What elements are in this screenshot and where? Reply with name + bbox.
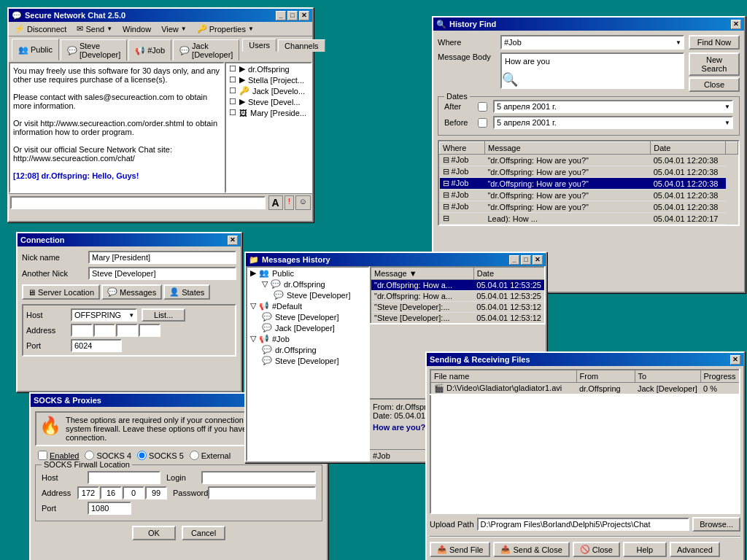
tab-jack[interactable]: 💬 Jack [Developer]	[173, 39, 239, 61]
fw-ip-2[interactable]	[100, 486, 122, 499]
ok-button[interactable]: OK	[132, 526, 176, 540]
send-close-button[interactable]: 📤 Send & Close	[493, 542, 569, 557]
fw-ip-3[interactable]	[123, 486, 144, 499]
user-jack[interactable]: ☐ 🔑 Jack [Develo...	[226, 85, 311, 96]
mh-minimize[interactable]: _	[509, 255, 519, 265]
fw-password-input[interactable]	[208, 486, 316, 499]
user-stella[interactable]: ☐ ▶ Stella [Project...	[226, 74, 311, 85]
result-row[interactable]: ⊟ #Job "dr.Offspring: How are you?" 05.0…	[440, 155, 738, 166]
properties-menu[interactable]: 🔑 Properties ▼	[193, 23, 258, 35]
external-radio[interactable]	[190, 451, 199, 460]
conn-close-button[interactable]: ✕	[228, 236, 238, 245]
tab-job[interactable]: 📢 #Job	[128, 39, 171, 61]
tree-steve-pub[interactable]: 💬 Steve [Developer]	[271, 289, 368, 300]
msg-row-4[interactable]: "Steve [Developer]:... 05.04.01 12:53:12	[371, 313, 545, 324]
cancel-button[interactable]: Cancel	[182, 526, 225, 540]
view-menu[interactable]: View ▼	[157, 23, 191, 35]
tree-steve-def[interactable]: 💬 Steve [Developer]	[259, 311, 368, 322]
window-menu[interactable]: Window	[118, 23, 155, 35]
new-search-button[interactable]: New Search	[689, 52, 740, 76]
mh-maximize[interactable]: □	[521, 255, 531, 265]
where-dropdown[interactable]: #Job	[500, 35, 684, 50]
tree-default[interactable]: ▽ 📢 #Default	[247, 300, 368, 311]
bold-button[interactable]: A	[268, 195, 283, 210]
msg-row-3[interactable]: "Steve [Developer]:... 05.04.01 12:53:12	[371, 302, 545, 313]
enabled-checkbox[interactable]	[38, 451, 47, 460]
main-chat-titlebar[interactable]: 💬 Secure Network Chat 2.5.0 _ □ ✕	[9, 9, 312, 22]
tab-channels[interactable]: Channels	[278, 39, 325, 52]
chat-input[interactable]	[10, 196, 266, 209]
msg-row-1[interactable]: "dr.Offspring: How a... 05.04.01 12:53:2…	[371, 280, 545, 291]
user-offspring[interactable]: ☐ ▶ dr.Offspring	[226, 63, 311, 74]
user-mary[interactable]: ☐ 🖼 Mary [Preside...	[226, 107, 311, 118]
fw-host-input[interactable]	[88, 471, 160, 484]
sf-close-button[interactable]: ✕	[730, 355, 740, 365]
result-row[interactable]: ⊟ #Job "dr.Offspring: How are you?" 05.0…	[440, 190, 738, 201]
ip-octet-2[interactable]	[93, 324, 115, 337]
msg-row-2[interactable]: "dr.Offspring: How a... 05.04.01 12:53:2…	[371, 291, 545, 302]
tab-users[interactable]: Users	[242, 39, 276, 52]
messages-history-titlebar[interactable]: 📁 Messages History _ □ ✕	[246, 253, 546, 266]
history-find-titlebar[interactable]: 🔍 History Find ✕	[433, 18, 744, 31]
states-tab[interactable]: 👤 States	[163, 284, 210, 300]
fw-login-input[interactable]	[201, 471, 316, 484]
help-button[interactable]: Help	[623, 542, 667, 557]
messages-tab[interactable]: 💬 Messages	[101, 284, 162, 300]
ip-octet-4[interactable]	[139, 324, 160, 337]
port-input[interactable]	[71, 339, 122, 352]
tree-job[interactable]: ▽ 📢 #Job	[247, 333, 368, 344]
enabled-checkbox-label[interactable]: Enabled	[38, 451, 79, 460]
result-row-selected[interactable]: ⊟ #Job "dr.Offspring: How are you?" 05.0…	[440, 178, 738, 190]
tab-steve[interactable]: 💬 Steve [Developer]	[61, 39, 127, 61]
fw-ip-4[interactable]	[145, 486, 167, 499]
sending-files-titlebar[interactable]: Sending & Receiving Files ✕	[427, 353, 743, 366]
file-row[interactable]: 🎬 D:\Video\Gladiator\gladiator1.avi dr.O…	[430, 383, 740, 395]
another-nick-input[interactable]	[88, 267, 236, 280]
host-dropdown[interactable]: OFFSPRING	[71, 308, 137, 322]
nick-name-input[interactable]	[88, 251, 236, 264]
find-now-button[interactable]: Find Now	[689, 35, 740, 50]
result-row[interactable]: ⊟ #Job "dr.Offspring: How are you?" 05.0…	[440, 201, 738, 213]
socks5-radio[interactable]	[137, 451, 147, 460]
result-row[interactable]: ⊟ #Job "dr.Offspring: How are you?" 05.0…	[440, 166, 738, 178]
send-menu[interactable]: ✉ Send ▼	[72, 23, 117, 35]
fw-port-input[interactable]	[88, 502, 131, 515]
tree-public[interactable]: ▶ 👥 Public	[247, 268, 368, 279]
emoticon-button[interactable]: ☺	[295, 195, 311, 210]
result-row[interactable]: ⊟ Lead): How ... 05.04.01 12:20:17	[440, 213, 738, 225]
tree-steve-job[interactable]: 💬 Steve [Developer]	[259, 355, 368, 366]
send-file-button[interactable]: 📤 Send File	[430, 542, 490, 557]
socks5-radio-label[interactable]: SOCKS 5	[137, 451, 184, 460]
tree-jack-def[interactable]: 💬 Jack [Developer]	[259, 322, 368, 333]
maximize-button[interactable]: □	[287, 11, 298, 20]
connection-titlebar[interactable]: Connection ✕	[18, 233, 241, 246]
fw-ip-1[interactable]	[77, 486, 99, 499]
after-checkbox[interactable]	[478, 102, 487, 112]
after-dropdown[interactable]: 5 апреля 2001 г.	[493, 100, 733, 113]
external-radio-label[interactable]: External	[190, 451, 231, 460]
server-location-tab[interactable]: 🖥 Server Location	[22, 284, 100, 300]
hf-close-btn[interactable]: Close	[689, 77, 740, 92]
sf-close-btn[interactable]: 🚫 Close	[573, 542, 620, 557]
minimize-button[interactable]: _	[276, 11, 286, 20]
message-body-input[interactable]: How are you	[500, 52, 684, 89]
socks4-radio[interactable]	[85, 451, 94, 460]
user-steve[interactable]: ☐ ▶ Steve [Devel...	[226, 96, 311, 107]
advanced-button[interactable]: Advanced	[670, 542, 720, 557]
ip-octet-3[interactable]	[116, 324, 138, 337]
tab-public[interactable]: 👥 Public	[12, 39, 59, 61]
alert-button[interactable]: !	[285, 195, 294, 210]
upload-path-input[interactable]	[477, 518, 690, 531]
hf-close-button[interactable]: ✕	[731, 20, 741, 29]
mh-close[interactable]: ✕	[533, 255, 543, 265]
socks4-radio-label[interactable]: SOCKS 4	[85, 451, 131, 460]
before-checkbox[interactable]	[478, 118, 487, 128]
browse-button[interactable]: Browse...	[692, 517, 740, 532]
ip-octet-1[interactable]	[71, 324, 93, 337]
before-dropdown[interactable]: 5 апреля 2001 г.	[493, 116, 733, 129]
tree-offspring-main[interactable]: ▽ 💬 dr.Offspring	[259, 279, 368, 289]
list-button[interactable]: List...	[142, 308, 185, 322]
close-button[interactable]: ✕	[299, 11, 309, 20]
disconnect-menu[interactable]: ⚡ Disconnect	[10, 23, 71, 35]
tree-offspring-job[interactable]: 💬 dr.Offspring	[259, 344, 368, 355]
